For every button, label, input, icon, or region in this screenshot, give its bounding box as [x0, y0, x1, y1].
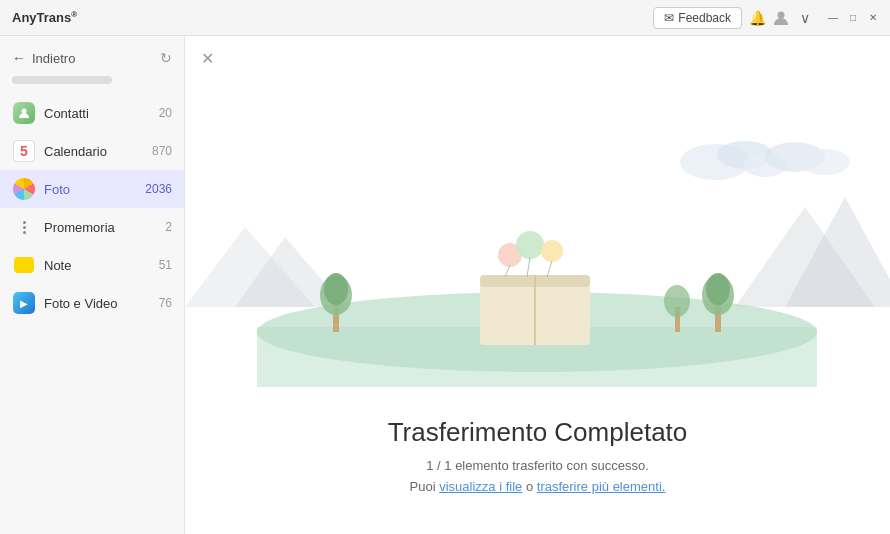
svg-point-25	[516, 231, 544, 259]
svg-point-15	[324, 273, 348, 305]
svg-point-20	[664, 285, 690, 317]
view-files-link[interactable]: visualizza i file	[439, 479, 522, 494]
user-icon[interactable]	[772, 9, 790, 27]
app-title: AnyTrans®	[12, 10, 77, 25]
content-area: ✕	[185, 36, 890, 534]
memo-icon	[12, 215, 36, 239]
svg-point-26	[541, 240, 563, 262]
success-title: Trasferimento Completato	[205, 417, 870, 448]
notes-icon	[12, 253, 36, 277]
maximize-button[interactable]: □	[844, 9, 862, 27]
photos-video-icon: ▶	[12, 291, 36, 315]
titlebar-left: AnyTrans®	[12, 10, 77, 25]
svg-point-1	[22, 109, 27, 114]
back-arrow-icon: ←	[12, 50, 26, 66]
sidebar-item-calendario[interactable]: 5 Calendario 870	[0, 132, 184, 170]
device-bar	[12, 76, 112, 84]
sidebar-item-contatti[interactable]: Contatti 20	[0, 94, 184, 132]
svg-line-29	[547, 261, 552, 277]
main-layout: ← Indietro ↻ Contatti 20 5	[0, 36, 890, 534]
device-info	[0, 72, 184, 94]
sidebar: ← Indietro ↻ Contatti 20 5	[0, 36, 185, 534]
back-button[interactable]: ← Indietro ↻	[0, 44, 184, 72]
minimize-button[interactable]: —	[824, 9, 842, 27]
calendar-icon: 5	[12, 139, 36, 163]
transfer-more-link[interactable]: trasferire più elementi.	[537, 479, 666, 494]
window-close-button[interactable]: ✕	[864, 9, 882, 27]
svg-point-6	[800, 149, 850, 175]
success-subtitle: 1 / 1 elemento trasferito con successo.	[205, 458, 870, 473]
feedback-icon: ✉	[664, 11, 674, 25]
close-button[interactable]: ✕	[197, 48, 217, 68]
svg-line-28	[527, 257, 530, 277]
window-controls: — □ ✕	[824, 9, 882, 27]
success-message: Trasferimento Completato 1 / 1 elemento …	[185, 387, 890, 534]
sidebar-item-foto[interactable]: Foto 2036	[0, 170, 184, 208]
titlebar-right: ✉ Feedback 🔔 ∨ — □ ✕	[653, 7, 882, 29]
svg-point-18	[706, 273, 730, 305]
bell-icon[interactable]: 🔔	[748, 9, 766, 27]
chevron-down-icon[interactable]: ∨	[796, 9, 814, 27]
photos-icon	[12, 177, 36, 201]
sidebar-item-note[interactable]: Note 51	[0, 246, 184, 284]
contacts-icon	[12, 101, 36, 125]
feedback-button[interactable]: ✉ Feedback	[653, 7, 742, 29]
sidebar-item-promemoria[interactable]: Promemoria 2	[0, 208, 184, 246]
success-links: Puoi visualizza i file o trasferire più …	[205, 479, 870, 494]
titlebar: AnyTrans® ✉ Feedback 🔔 ∨ — □ ✕	[0, 0, 890, 36]
sidebar-item-foto-video[interactable]: ▶ Foto e Video 76	[0, 284, 184, 322]
illustration-area	[185, 36, 890, 387]
refresh-icon[interactable]: ↻	[160, 50, 172, 66]
svg-point-0	[778, 11, 785, 18]
